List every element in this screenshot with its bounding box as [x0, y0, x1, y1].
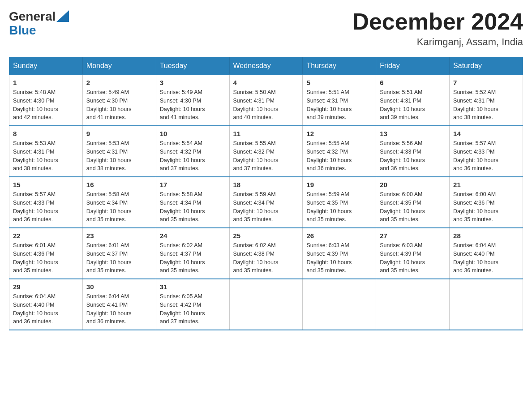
- day-number: 21: [453, 181, 519, 188]
- day-number: 20: [380, 181, 446, 188]
- week-row-5: 29 Sunrise: 6:04 AMSunset: 4:40 PMDaylig…: [9, 279, 523, 330]
- day-number: 1: [13, 79, 79, 86]
- week-row-2: 8 Sunrise: 5:53 AMSunset: 4:31 PMDayligh…: [9, 126, 523, 177]
- day-info: Sunrise: 5:55 AMSunset: 4:32 PMDaylight:…: [306, 140, 352, 171]
- calendar-cell: 13 Sunrise: 5:56 AMSunset: 4:33 PMDaylig…: [376, 126, 450, 177]
- day-number: 4: [233, 79, 299, 86]
- week-row-1: 1 Sunrise: 5:48 AMSunset: 4:30 PMDayligh…: [9, 75, 523, 126]
- day-number: 29: [13, 283, 79, 291]
- header-saturday: Saturday: [450, 57, 523, 75]
- header-wednesday: Wednesday: [229, 57, 303, 75]
- day-number: 27: [380, 232, 446, 240]
- day-info: Sunrise: 6:01 AMSunset: 4:37 PMDaylight:…: [86, 242, 132, 274]
- day-info: Sunrise: 6:04 AMSunset: 4:40 PMDaylight:…: [453, 242, 498, 274]
- calendar-header-row: SundayMondayTuesdayWednesdayThursdayFrid…: [9, 57, 523, 75]
- calendar-cell: 18 Sunrise: 5:59 AMSunset: 4:34 PMDaylig…: [229, 177, 303, 228]
- week-row-3: 15 Sunrise: 5:57 AMSunset: 4:33 PMDaylig…: [9, 177, 523, 228]
- day-info: Sunrise: 5:58 AMSunset: 4:34 PMDaylight:…: [86, 191, 132, 223]
- calendar-table: SundayMondayTuesdayWednesdayThursdayFrid…: [9, 57, 523, 330]
- calendar-cell: 12 Sunrise: 5:55 AMSunset: 4:32 PMDaylig…: [303, 126, 376, 177]
- logo-blue-text: Blue: [9, 23, 36, 37]
- day-number: 8: [13, 130, 79, 137]
- calendar-cell: 14 Sunrise: 5:57 AMSunset: 4:33 PMDaylig…: [450, 126, 523, 177]
- day-number: 31: [160, 283, 226, 291]
- day-info: Sunrise: 6:04 AMSunset: 4:40 PMDaylight:…: [13, 293, 58, 325]
- day-number: 10: [160, 130, 226, 137]
- calendar-cell: 3 Sunrise: 5:49 AMSunset: 4:30 PMDayligh…: [156, 75, 229, 126]
- logo-general-text: General: [9, 9, 56, 23]
- title-area: December 2024 Karimganj, Assam, India: [352, 9, 523, 48]
- day-number: 13: [380, 130, 446, 137]
- day-info: Sunrise: 6:05 AMSunset: 4:42 PMDaylight:…: [160, 293, 205, 325]
- day-number: 12: [306, 130, 372, 137]
- day-info: Sunrise: 6:03 AMSunset: 4:39 PMDaylight:…: [380, 242, 425, 274]
- day-info: Sunrise: 5:51 AMSunset: 4:31 PMDaylight:…: [380, 89, 425, 120]
- day-number: 16: [86, 181, 152, 188]
- day-number: 24: [160, 232, 226, 240]
- calendar-cell: 28 Sunrise: 6:04 AMSunset: 4:40 PMDaylig…: [450, 228, 523, 279]
- day-number: 7: [453, 79, 519, 86]
- day-info: Sunrise: 6:00 AMSunset: 4:35 PMDaylight:…: [380, 191, 425, 223]
- calendar-cell: [450, 279, 523, 330]
- page-header: General Blue December 2024 Karimganj, As…: [9, 9, 523, 48]
- day-info: Sunrise: 5:58 AMSunset: 4:34 PMDaylight:…: [160, 191, 205, 223]
- header-thursday: Thursday: [303, 57, 376, 75]
- calendar-cell: 1 Sunrise: 5:48 AMSunset: 4:30 PMDayligh…: [9, 75, 83, 126]
- svg-marker-0: [56, 10, 69, 22]
- calendar-cell: 25 Sunrise: 6:02 AMSunset: 4:38 PMDaylig…: [229, 228, 303, 279]
- month-title: December 2024: [352, 9, 523, 34]
- calendar-cell: 6 Sunrise: 5:51 AMSunset: 4:31 PMDayligh…: [376, 75, 450, 126]
- calendar-cell: 17 Sunrise: 5:58 AMSunset: 4:34 PMDaylig…: [156, 177, 229, 228]
- day-info: Sunrise: 5:53 AMSunset: 4:31 PMDaylight:…: [13, 140, 58, 171]
- calendar-cell: [376, 279, 450, 330]
- day-number: 19: [306, 181, 372, 188]
- day-number: 30: [86, 283, 152, 291]
- calendar-cell: 22 Sunrise: 6:01 AMSunset: 4:36 PMDaylig…: [9, 228, 83, 279]
- day-info: Sunrise: 5:53 AMSunset: 4:31 PMDaylight:…: [86, 140, 132, 171]
- header-tuesday: Tuesday: [156, 57, 229, 75]
- calendar-cell: 30 Sunrise: 6:04 AMSunset: 4:41 PMDaylig…: [82, 279, 156, 330]
- calendar-cell: 10 Sunrise: 5:54 AMSunset: 4:32 PMDaylig…: [156, 126, 229, 177]
- calendar-cell: 29 Sunrise: 6:04 AMSunset: 4:40 PMDaylig…: [9, 279, 83, 330]
- calendar-cell: 7 Sunrise: 5:52 AMSunset: 4:31 PMDayligh…: [450, 75, 523, 126]
- day-info: Sunrise: 5:52 AMSunset: 4:31 PMDaylight:…: [453, 89, 498, 120]
- day-number: 11: [233, 130, 299, 137]
- day-info: Sunrise: 5:49 AMSunset: 4:30 PMDaylight:…: [160, 89, 205, 120]
- day-info: Sunrise: 5:59 AMSunset: 4:34 PMDaylight:…: [233, 191, 279, 223]
- day-number: 2: [86, 79, 152, 86]
- day-info: Sunrise: 6:02 AMSunset: 4:38 PMDaylight:…: [233, 242, 279, 274]
- calendar-cell: 26 Sunrise: 6:03 AMSunset: 4:39 PMDaylig…: [303, 228, 376, 279]
- calendar-cell: 8 Sunrise: 5:53 AMSunset: 4:31 PMDayligh…: [9, 126, 83, 177]
- day-info: Sunrise: 5:51 AMSunset: 4:31 PMDaylight:…: [306, 89, 352, 120]
- day-number: 15: [13, 181, 79, 188]
- calendar-cell: 16 Sunrise: 5:58 AMSunset: 4:34 PMDaylig…: [82, 177, 156, 228]
- header-friday: Friday: [376, 57, 450, 75]
- calendar-cell: 2 Sunrise: 5:49 AMSunset: 4:30 PMDayligh…: [82, 75, 156, 126]
- calendar-cell: 31 Sunrise: 6:05 AMSunset: 4:42 PMDaylig…: [156, 279, 229, 330]
- calendar-cell: 27 Sunrise: 6:03 AMSunset: 4:39 PMDaylig…: [376, 228, 450, 279]
- location-title: Karimganj, Assam, India: [352, 36, 523, 48]
- day-number: 14: [453, 130, 519, 137]
- day-number: 18: [233, 181, 299, 188]
- day-number: 22: [13, 232, 79, 240]
- day-number: 28: [453, 232, 519, 240]
- day-info: Sunrise: 5:54 AMSunset: 4:32 PMDaylight:…: [160, 140, 205, 171]
- day-number: 5: [306, 79, 372, 86]
- day-number: 25: [233, 232, 299, 240]
- header-sunday: Sunday: [9, 57, 83, 75]
- logo-triangle-icon: [56, 10, 69, 22]
- calendar-cell: 4 Sunrise: 5:50 AMSunset: 4:31 PMDayligh…: [229, 75, 303, 126]
- day-info: Sunrise: 5:50 AMSunset: 4:31 PMDaylight:…: [233, 89, 279, 120]
- day-info: Sunrise: 5:49 AMSunset: 4:30 PMDaylight:…: [86, 89, 132, 120]
- day-info: Sunrise: 6:01 AMSunset: 4:36 PMDaylight:…: [13, 242, 58, 274]
- calendar-cell: 20 Sunrise: 6:00 AMSunset: 4:35 PMDaylig…: [376, 177, 450, 228]
- logo: General Blue: [9, 9, 69, 38]
- day-info: Sunrise: 5:57 AMSunset: 4:33 PMDaylight:…: [13, 191, 58, 223]
- day-number: 23: [86, 232, 152, 240]
- day-number: 6: [380, 79, 446, 86]
- calendar-cell: 21 Sunrise: 6:00 AMSunset: 4:36 PMDaylig…: [450, 177, 523, 228]
- calendar-cell: 23 Sunrise: 6:01 AMSunset: 4:37 PMDaylig…: [82, 228, 156, 279]
- calendar-cell: 5 Sunrise: 5:51 AMSunset: 4:31 PMDayligh…: [303, 75, 376, 126]
- day-info: Sunrise: 5:59 AMSunset: 4:35 PMDaylight:…: [306, 191, 352, 223]
- day-number: 3: [160, 79, 226, 86]
